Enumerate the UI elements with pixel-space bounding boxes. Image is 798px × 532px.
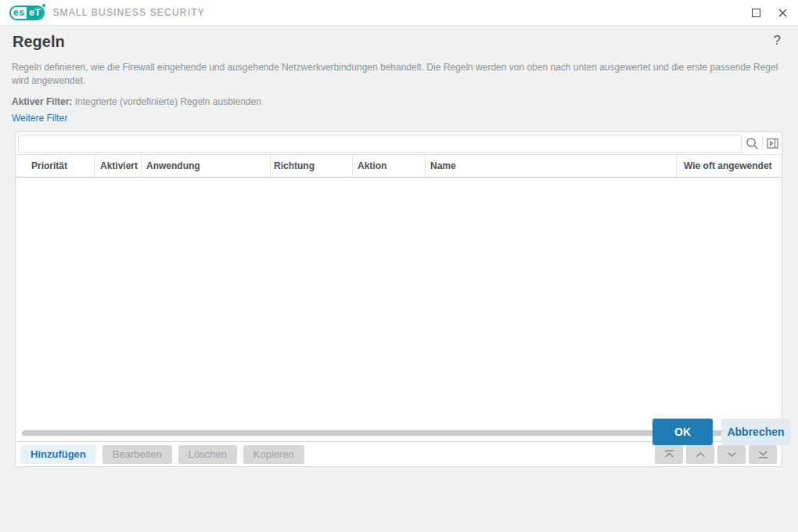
reorder-buttons bbox=[655, 445, 777, 464]
close-icon bbox=[778, 9, 787, 17]
chevron-down-icon bbox=[726, 451, 738, 458]
search-button[interactable] bbox=[743, 135, 760, 152]
search-input[interactable] bbox=[18, 135, 742, 153]
cancel-button[interactable]: Abbrechen bbox=[721, 419, 790, 445]
page-title: Regeln bbox=[13, 33, 65, 51]
chevron-up-icon bbox=[695, 451, 706, 458]
eset-logo-left: es bbox=[11, 7, 27, 19]
column-header-priority[interactable]: Priorität bbox=[16, 155, 94, 177]
delete-button[interactable]: Löschen bbox=[178, 445, 237, 464]
column-header-action[interactable]: Aktion bbox=[352, 155, 425, 177]
more-filters-link[interactable]: Weitere Filter bbox=[12, 113, 67, 124]
column-header-direction[interactable]: Richtung bbox=[270, 155, 352, 177]
move-to-top-button[interactable] bbox=[655, 445, 683, 464]
active-filter-line: Aktiver Filter: Integrierte (vordefinier… bbox=[12, 96, 261, 107]
dialog-content: Regeln ? Regeln definieren, wie die Fire… bbox=[0, 27, 798, 532]
move-to-bottom-button[interactable] bbox=[749, 445, 777, 464]
help-icon[interactable]: ? bbox=[774, 33, 781, 49]
search-toolbar bbox=[743, 132, 782, 154]
page-description: Regeln definieren, wie die Firewall eing… bbox=[12, 61, 785, 88]
column-header-frequency[interactable]: Wie oft angewendet bbox=[676, 155, 782, 177]
horizontal-scrollbar-thumb[interactable] bbox=[22, 430, 750, 436]
rules-table-panel: Priorität Aktiviert Anwendung Richtung A… bbox=[15, 131, 782, 467]
table-header-row: Priorität Aktiviert Anwendung Richtung A… bbox=[16, 155, 782, 178]
active-filter-label: Aktiver Filter: bbox=[12, 96, 72, 107]
close-button[interactable] bbox=[776, 6, 789, 19]
eset-logo-trademark-dot bbox=[42, 4, 45, 7]
eset-logo-right: eT bbox=[27, 7, 43, 19]
add-button[interactable]: Hinzufügen bbox=[20, 445, 96, 464]
product-name: SMALL BUSINESS SECURITY bbox=[52, 7, 205, 18]
edit-button[interactable]: Bearbeiten bbox=[102, 445, 172, 464]
move-up-button[interactable] bbox=[686, 445, 714, 464]
table-search-row bbox=[16, 132, 782, 155]
ok-button[interactable]: OK bbox=[652, 419, 713, 445]
app-title-bar: eseT SMALL BUSINESS SECURITY bbox=[0, 0, 798, 26]
search-icon bbox=[746, 137, 759, 150]
copy-button[interactable]: Kopieren bbox=[243, 445, 304, 464]
active-filter-value: Integrierte (vordefinierte) Regeln ausbl… bbox=[75, 96, 261, 107]
table-body-empty bbox=[16, 178, 782, 430]
eset-logo: eseT bbox=[9, 5, 45, 20]
column-chooser-button[interactable] bbox=[764, 135, 782, 152]
move-to-bottom-icon bbox=[757, 450, 769, 458]
column-header-name[interactable]: Name bbox=[425, 155, 676, 177]
maximize-icon bbox=[752, 9, 760, 17]
toolbar-separator bbox=[762, 135, 763, 151]
maximize-button[interactable] bbox=[749, 6, 762, 19]
window-controls bbox=[749, 6, 789, 19]
column-header-application[interactable]: Anwendung bbox=[141, 155, 270, 177]
dialog-footer: OK Abbrechen bbox=[652, 419, 790, 445]
move-down-button[interactable] bbox=[717, 445, 746, 464]
column-header-enabled[interactable]: Aktiviert bbox=[94, 155, 141, 177]
column-chooser-icon bbox=[767, 138, 779, 149]
move-to-top-icon bbox=[663, 450, 675, 458]
